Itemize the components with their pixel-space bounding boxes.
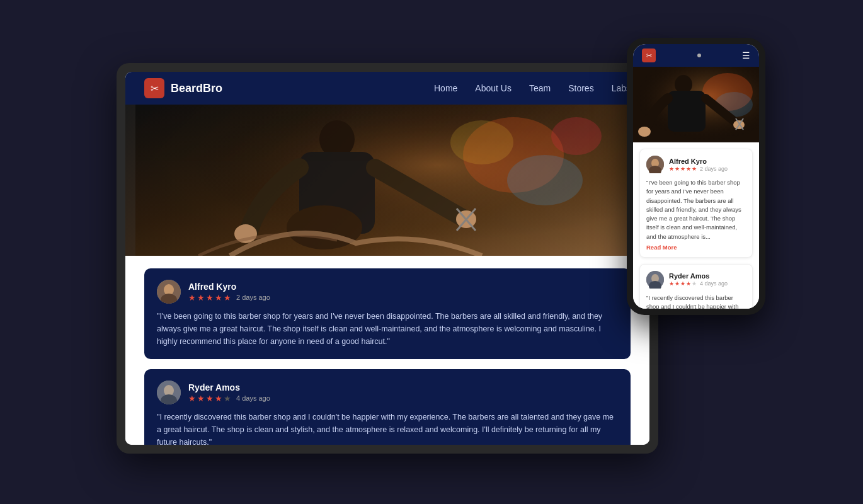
tablet-navbar: ✂ BeardBro Home About Us Team Stores Lab… (125, 72, 649, 105)
tablet-reviewer-2-meta: ★ ★ ★ ★ ★ 4 days ago (188, 394, 618, 403)
nav-link-stores[interactable]: Stores (568, 83, 593, 93)
p-star-1: ★ (669, 280, 674, 287)
star-1: ★ (188, 293, 196, 302)
phone-review-1-text: "I've been going to this barber shop for… (646, 178, 746, 241)
hamburger-menu-icon[interactable]: ☰ (742, 50, 750, 60)
star-5: ★ (224, 394, 231, 403)
phone-hero-svg (633, 67, 759, 142)
p-star-4: ★ (686, 280, 691, 287)
phone-reviewer-1-avatar (646, 156, 664, 173)
tablet-review-1-text: "I've been going to this barber shop for… (157, 310, 618, 348)
tablet-reviewer-2-avatar (157, 381, 181, 404)
phone-reviewer-2-name: Ryder Amos (669, 272, 746, 280)
tablet-reviewer-1-date: 2 days ago (236, 294, 270, 301)
svg-point-5 (450, 120, 513, 164)
star-2: ★ (197, 293, 205, 302)
tablet-screen: ✂ BeardBro Home About Us Team Stores Lab… (125, 72, 649, 445)
phone-review-2: Ryder Amos ★ ★ ★ ★ ★ 4 days ago (639, 264, 753, 309)
star-5: ★ (224, 293, 231, 302)
phone-reviewer-1-stars: ★ ★ ★ ★ ★ (669, 166, 697, 172)
phone-hero-image (633, 67, 759, 142)
p-star-5: ★ (692, 280, 697, 287)
nav-link-team[interactable]: Team (529, 83, 551, 93)
nav-item-home[interactable]: Home (434, 83, 457, 94)
p-star-2: ★ (675, 166, 680, 172)
tablet-nav-links: Home About Us Team Stores Labs (434, 83, 631, 94)
tablet-reviewer-1-name: Alfred Kyro (188, 282, 618, 292)
p-star-3: ★ (680, 166, 685, 172)
tablet-reviewer-2-date: 4 days ago (236, 394, 270, 402)
phone-reviewer-1-name: Alfred Kyro (669, 158, 746, 165)
svg-point-26 (638, 127, 651, 137)
star-4: ★ (215, 394, 222, 403)
p-star-3: ★ (680, 280, 685, 287)
hero-barber-svg (125, 105, 649, 256)
tablet-review-2-text: "I recently discovered this barber shop … (157, 411, 618, 445)
phone-reviewer-1-meta: ★ ★ ★ ★ ★ 2 days ago (669, 166, 746, 172)
tablet-reviewer-1-avatar (157, 280, 181, 304)
tablet-review-2-header: Ryder Amos ★ ★ ★ ★ ★ 4 days ago (157, 381, 618, 404)
tablet-reviewer-1-stars: ★ ★ ★ ★ ★ (188, 293, 231, 302)
svg-point-6 (551, 117, 602, 155)
tablet-reviewer-2-name: Ryder Amos (188, 382, 618, 392)
phone-logo-icon: ✂ (642, 49, 656, 62)
nav-item-about[interactable]: About Us (475, 83, 512, 94)
tablet-reviewer-2-info: Ryder Amos ★ ★ ★ ★ ★ 4 days ago (188, 382, 618, 403)
scene: ✂ BeardBro Home About Us Team Stores Lab… (85, 25, 778, 479)
phone-review-1-header: Alfred Kyro ★ ★ ★ ★ ★ 2 days ago (646, 156, 746, 173)
phone-navbar: ✂ ☰ (633, 44, 759, 67)
phone-reviewer-1-info: Alfred Kyro ★ ★ ★ ★ ★ 2 days ago (669, 158, 746, 172)
phone-reviews-section: Alfred Kyro ★ ★ ★ ★ ★ 2 days ago (633, 142, 759, 309)
phone-reviewer-2-info: Ryder Amos ★ ★ ★ ★ ★ 4 days ago (669, 272, 746, 287)
star-2: ★ (197, 394, 205, 403)
star-3: ★ (206, 394, 214, 403)
star-3: ★ (206, 293, 214, 302)
p-star-1: ★ (669, 166, 674, 172)
star-1: ★ (188, 394, 196, 403)
p-star-5: ★ (692, 166, 697, 172)
tablet-reviews-section: Alfred Kyro ★ ★ ★ ★ ★ 2 days ago (125, 256, 649, 445)
phone-reviewer-1-date: 2 days ago (700, 166, 728, 172)
tablet-reviewer-1-meta: ★ ★ ★ ★ ★ 2 days ago (188, 293, 618, 302)
nav-link-about[interactable]: About Us (475, 83, 512, 93)
phone-review-1: Alfred Kyro ★ ★ ★ ★ ★ 2 days ago (639, 149, 753, 258)
star-4: ★ (215, 293, 222, 302)
tablet-device: ✂ BeardBro Home About Us Team Stores Lab… (117, 63, 658, 454)
phone-device: ✂ ☰ (627, 38, 765, 315)
phone-screen: ✂ ☰ (633, 44, 759, 309)
phone-status-dot (697, 54, 701, 57)
tablet-reviewer-1-info: Alfred Kyro ★ ★ ★ ★ ★ 2 days ago (188, 282, 618, 302)
svg-point-4 (507, 155, 583, 205)
tablet-review-2: Ryder Amos ★ ★ ★ ★ ★ 4 days ago (144, 369, 631, 445)
tablet-reviewer-2-stars: ★ ★ ★ ★ ★ (188, 394, 231, 403)
hero-background (125, 105, 649, 256)
p-star-2: ★ (675, 280, 680, 287)
tablet-review-1: Alfred Kyro ★ ★ ★ ★ ★ 2 days ago (144, 268, 631, 359)
phone-reviewer-2-date: 4 days ago (700, 280, 728, 287)
phone-reviewer-2-meta: ★ ★ ★ ★ ★ 4 days ago (669, 280, 746, 287)
nav-item-stores[interactable]: Stores (568, 83, 593, 94)
tablet-logo: ✂ BeardBro (144, 78, 222, 98)
phone-review-2-header: Ryder Amos ★ ★ ★ ★ ★ 4 days ago (646, 271, 746, 289)
tablet-review-1-header: Alfred Kyro ★ ★ ★ ★ ★ 2 days ago (157, 280, 618, 304)
logo-text: BeardBro (171, 82, 222, 95)
nav-link-home[interactable]: Home (434, 83, 457, 93)
tablet-hero-image (125, 105, 649, 256)
svg-rect-25 (668, 91, 706, 132)
phone-review-2-text: "I recently discovered this barber shop … (646, 294, 746, 309)
phone-reviewer-2-stars: ★ ★ ★ ★ ★ (669, 280, 697, 287)
p-star-4: ★ (686, 166, 691, 172)
phone-review-1-read-more[interactable]: Read More (646, 244, 746, 251)
nav-item-team[interactable]: Team (529, 83, 551, 94)
logo-icon: ✂ (144, 78, 164, 98)
phone-reviewer-2-avatar (646, 271, 664, 289)
